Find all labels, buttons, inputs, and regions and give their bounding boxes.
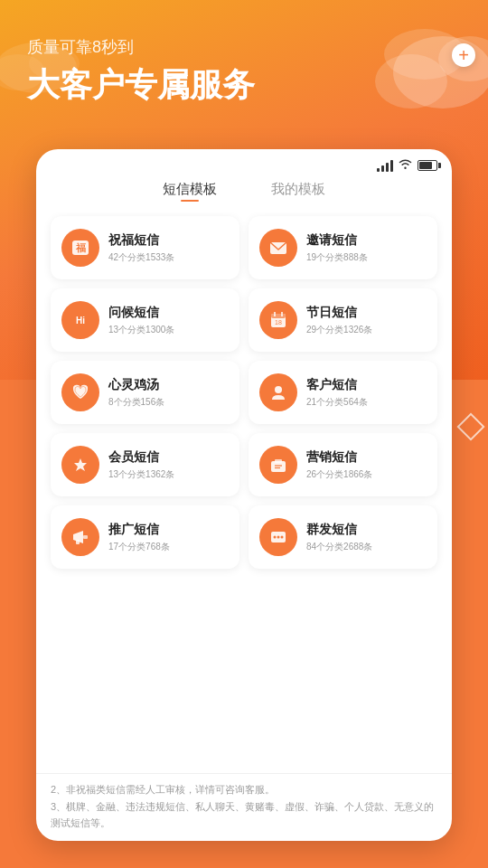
diamond-decoration — [456, 412, 484, 440]
notice-line-1: 2、非祝福类短信需经人工审核，详情可咨询客服。 — [51, 781, 437, 798]
greeting-sms-text: 问候短信 13个分类1300条 — [108, 305, 229, 336]
inspiration-sms-subtitle: 8个分类156条 — [108, 396, 229, 409]
customer-sms-icon — [259, 373, 297, 411]
svg-text:Hi: Hi — [76, 316, 85, 326]
list-item[interactable]: 18 节日短信 29个分类1326条 — [249, 288, 437, 352]
blessing-sms-text: 祝福短信 42个分类1533条 — [108, 232, 229, 264]
customer-sms-subtitle: 21个分类564条 — [306, 396, 427, 409]
inspiration-sms-title: 心灵鸡汤 — [108, 377, 229, 393]
header-title: 大客户专属服务 — [27, 65, 461, 104]
blessing-sms-subtitle: 42个分类1533条 — [108, 251, 229, 264]
tab-bar: 短信模板 我的模板 — [36, 175, 452, 212]
list-item[interactable]: 推广短信 17个分类768条 — [51, 505, 239, 569]
svg-rect-12 — [271, 314, 286, 318]
greeting-sms-icon: Hi — [61, 301, 99, 339]
broadcast-sms-title: 群发短信 — [306, 522, 427, 538]
broadcast-sms-icon — [259, 518, 297, 556]
marketing-sms-icon — [259, 446, 297, 484]
invite-sms-icon — [259, 229, 297, 267]
customer-sms-text: 客户短信 21个分类564条 — [306, 377, 427, 409]
svg-point-26 — [274, 536, 277, 539]
member-sms-title: 会员短信 — [108, 449, 229, 466]
svg-text:18: 18 — [275, 319, 282, 326]
add-template-button[interactable]: + — [452, 43, 475, 67]
blessing-sms-title: 祝福短信 — [108, 232, 229, 249]
svg-rect-23 — [83, 535, 88, 539]
status-bar — [36, 149, 452, 175]
holiday-sms-title: 节日短信 — [306, 305, 427, 321]
signal-icon — [377, 159, 393, 172]
svg-rect-24 — [76, 540, 80, 544]
broadcast-sms-text: 群发短信 84个分类2688条 — [306, 522, 427, 553]
promo-sms-text: 推广短信 17个分类768条 — [108, 522, 229, 553]
list-item[interactable]: 客户短信 21个分类564条 — [249, 361, 437, 424]
svg-point-28 — [281, 536, 284, 539]
notice-area: 2、非祝福类短信需经人工审核，详情可咨询客服。 3、棋牌、金融、违法违规短信、私… — [36, 773, 452, 841]
header-subtitle: 质量可靠8秒到 — [27, 36, 461, 58]
holiday-sms-text: 节日短信 29个分类1326条 — [306, 305, 427, 336]
inspiration-sms-text: 心灵鸡汤 8个分类156条 — [108, 377, 229, 409]
marketing-sms-text: 营销短信 26个分类1866条 — [306, 449, 427, 481]
sms-category-grid: 福 祝福短信 42个分类1533条 邀请短信 19 — [51, 216, 437, 569]
member-sms-subtitle: 13个分类1362条 — [108, 468, 229, 481]
customer-sms-title: 客户短信 — [306, 377, 427, 393]
promo-sms-title: 推广短信 — [108, 522, 229, 538]
marketing-sms-title: 营销短信 — [306, 449, 427, 466]
promo-sms-subtitle: 17个分类768条 — [108, 541, 229, 553]
list-item[interactable]: 邀请短信 19个分类888条 — [249, 216, 437, 279]
svg-rect-19 — [275, 459, 282, 463]
svg-marker-17 — [74, 458, 87, 471]
header-area: 质量可靠8秒到 大客户专属服务 — [0, 36, 488, 104]
list-item[interactable]: 福 祝福短信 42个分类1533条 — [51, 216, 239, 279]
list-item[interactable]: 会员短信 13个分类1362条 — [51, 433, 239, 496]
list-item[interactable]: 营销短信 26个分类1866条 — [249, 433, 437, 496]
phone-card: 短信模板 我的模板 福 祝福短信 42个分类1533条 — [36, 149, 452, 841]
wifi-icon — [399, 158, 412, 172]
holiday-sms-icon: 18 — [259, 301, 297, 339]
member-sms-text: 会员短信 13个分类1362条 — [108, 449, 229, 481]
broadcast-sms-subtitle: 84个分类2688条 — [306, 541, 427, 553]
svg-point-16 — [275, 386, 282, 393]
tab-my-template[interactable]: 我的模板 — [271, 181, 325, 202]
inspiration-sms-icon — [61, 373, 99, 411]
svg-point-27 — [277, 536, 280, 539]
notice-line-2: 3、棋牌、金融、违法违规短信、私人聊天、黄赌毒、虚假、诈骗、个人贷款、无意义的测… — [51, 798, 437, 832]
marketing-sms-subtitle: 26个分类1866条 — [306, 468, 427, 481]
member-sms-icon — [61, 446, 99, 484]
grid-area: 福 祝福短信 42个分类1533条 邀请短信 19 — [36, 212, 452, 773]
list-item[interactable]: 群发短信 84个分类2688条 — [249, 505, 437, 569]
promo-sms-icon — [61, 518, 99, 556]
tab-sms-template[interactable]: 短信模板 — [163, 181, 217, 202]
blessing-sms-icon: 福 — [61, 229, 99, 267]
invite-sms-text: 邀请短信 19个分类888条 — [306, 232, 427, 264]
list-item[interactable]: Hi 问候短信 13个分类1300条 — [51, 288, 239, 352]
holiday-sms-subtitle: 29个分类1326条 — [306, 324, 427, 336]
greeting-sms-title: 问候短信 — [108, 305, 229, 321]
invite-sms-subtitle: 19个分类888条 — [306, 251, 427, 264]
greeting-sms-subtitle: 13个分类1300条 — [108, 324, 229, 336]
battery-icon — [418, 160, 437, 171]
list-item[interactable]: 心灵鸡汤 8个分类156条 — [51, 361, 239, 424]
svg-text:福: 福 — [75, 242, 86, 253]
invite-sms-title: 邀请短信 — [306, 232, 427, 249]
